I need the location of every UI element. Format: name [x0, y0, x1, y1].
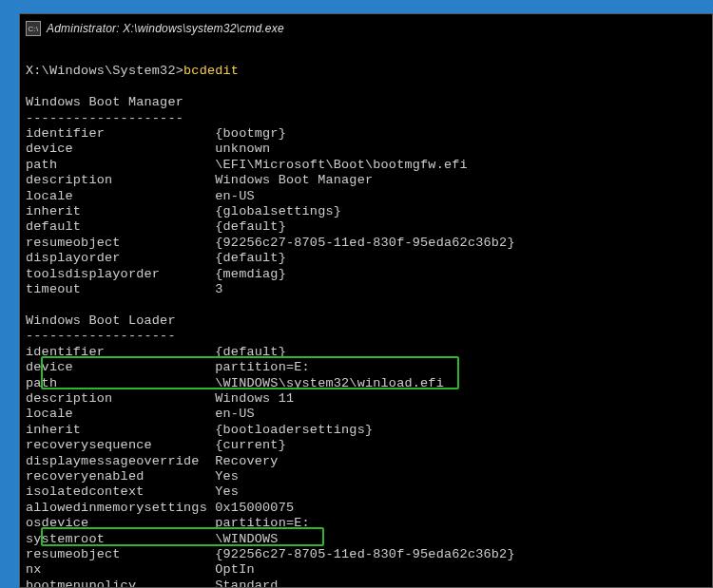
row-key: inherit: [26, 204, 215, 219]
row-value: {default}: [215, 345, 286, 359]
prompt-path: X:\Windows\System32: [26, 64, 176, 78]
row-key: path: [26, 376, 215, 391]
row-key: nx: [26, 562, 215, 578]
row-value: 0x15000075: [215, 501, 294, 515]
row-value: Windows 11: [215, 391, 294, 406]
row-value: {bootmgr}: [215, 126, 286, 141]
terminal-output[interactable]: X:\Windows\System32>bcdedit Windows Boot…: [20, 43, 712, 588]
row-value: {default}: [215, 219, 286, 234]
row-key: device: [26, 360, 215, 375]
row-key: inherit: [26, 423, 215, 438]
row-value: unknown: [215, 142, 270, 156]
row-key: locale: [26, 189, 215, 204]
section-underline: --------------------: [26, 111, 183, 125]
section-title: Windows Boot Loader: [26, 313, 176, 328]
prompt-gt: >: [176, 64, 183, 78]
row-value: Standard: [215, 579, 278, 588]
row-value: {default}: [215, 251, 286, 265]
row-key: isolatedcontext: [26, 484, 215, 500]
row-key: description: [26, 391, 215, 407]
row-key: recoverysequence: [26, 438, 215, 453]
row-key: allowedinmemorysettings: [26, 501, 215, 516]
row-key: timeout: [26, 282, 215, 297]
row-value: {92256c27-8705-11ed-830f-95eda62c36b2}: [215, 547, 514, 561]
row-key: description: [26, 173, 215, 188]
row-key: identifier: [26, 345, 215, 360]
cmd-icon: C:\: [26, 21, 41, 36]
row-value: en-US: [215, 407, 255, 421]
row-key: toolsdisplayorder: [26, 267, 215, 282]
row-value: OptIn: [215, 562, 255, 577]
row-value: Recovery: [215, 454, 278, 468]
row-key: default: [26, 219, 215, 235]
row-key: displayorder: [26, 251, 215, 266]
row-key: identifier: [26, 126, 215, 142]
section-title: Windows Boot Manager: [26, 95, 183, 109]
row-key: displaymessageoverride: [26, 454, 215, 469]
prompt-command: bcdedit: [183, 64, 239, 78]
row-value: \EFI\Microsoft\Boot\bootmgfw.efi: [215, 158, 468, 172]
row-key: device: [26, 142, 215, 157]
row-value: {92256c27-8705-11ed-830f-95eda62c36b2}: [215, 236, 514, 250]
row-key: locale: [26, 407, 215, 422]
row-key: osdevice: [26, 516, 215, 531]
row-value: Windows Boot Manager: [215, 173, 373, 187]
row-value: Yes: [215, 469, 239, 484]
row-value: {memdiag}: [215, 267, 286, 281]
row-value: 3: [215, 282, 222, 296]
row-key: resumeobject: [26, 547, 215, 562]
row-value: partition=E:: [215, 516, 310, 530]
row-value: Yes: [215, 484, 239, 499]
row-value: \WINDOWS\system32\winload.efi: [215, 376, 444, 390]
row-key: resumeobject: [26, 236, 215, 251]
titlebar[interactable]: C:\ Administrator: X:\windows\system32\c…: [20, 14, 712, 43]
row-value: partition=E:: [215, 360, 310, 374]
row-value: \WINDOWS: [215, 532, 278, 546]
row-value: en-US: [215, 189, 255, 203]
row-key: bootmenupolicy: [26, 579, 215, 588]
section-underline: -------------------: [26, 329, 176, 343]
row-key: systemroot: [26, 532, 215, 547]
row-value: {globalsettings}: [215, 204, 341, 218]
window-title: Administrator: X:\windows\system32\cmd.e…: [47, 22, 284, 35]
row-key: path: [26, 158, 215, 173]
row-key: recoveryenabled: [26, 469, 215, 484]
row-value: {bootloadersettings}: [215, 423, 373, 437]
cmd-window: C:\ Administrator: X:\windows\system32\c…: [19, 13, 713, 588]
row-value: {current}: [215, 438, 286, 452]
